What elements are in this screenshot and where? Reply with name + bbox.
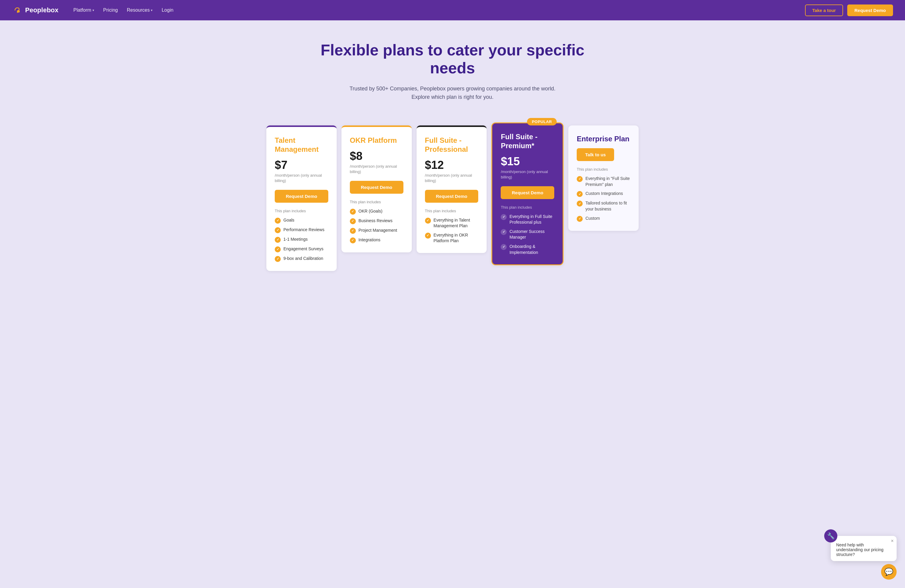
- hero-subtitle: Trusted by 500+ Companies, Peoplebox pow…: [12, 84, 893, 102]
- feature-item: ✓ Custom Integrations: [577, 191, 630, 197]
- nav-platform[interactable]: Platform ▾: [73, 8, 94, 13]
- nav-login[interactable]: Login: [162, 8, 173, 13]
- nav-pricing[interactable]: Pricing: [103, 8, 118, 13]
- popular-badge: POPULAR: [527, 118, 557, 126]
- cta-button-full-professional[interactable]: Request Demo: [425, 190, 478, 203]
- plan-price-talent: $7: [275, 159, 328, 172]
- includes-label-full-premium: This plan includes: [501, 205, 554, 210]
- chat-close-button[interactable]: ×: [891, 538, 894, 544]
- feature-item: ✓ Engagement Surveys: [275, 246, 328, 253]
- take-tour-button[interactable]: Take a tour: [805, 5, 843, 16]
- feature-list-enterprise: ✓ Everything in "Full Suite Premium" pla…: [577, 176, 630, 222]
- plan-name-okr: OKR Platform: [350, 136, 403, 145]
- check-icon: ✓: [350, 209, 356, 215]
- nav-resources[interactable]: Resources ▾: [127, 8, 152, 13]
- plan-name-talent: Talent Management: [275, 136, 328, 154]
- check-icon: ✓: [275, 218, 281, 224]
- feature-item: ✓ Everything in "Full Suite Premium" pla…: [577, 176, 630, 188]
- navbar: Peoplebox Platform ▾ Pricing Resources ▾…: [0, 0, 905, 21]
- plan-card-enterprise: Enterprise PlanTalk to usThis plan inclu…: [568, 126, 639, 230]
- plan-card-okr: OKR Platform$8/month/person (only annual…: [341, 126, 412, 252]
- plan-price-full-professional: $12: [425, 159, 478, 172]
- feature-item: ✓ Everything in OKR Platform Plan: [425, 232, 478, 244]
- plan-name-full-premium: Full Suite - Premium*: [501, 132, 554, 150]
- check-icon: ✓: [350, 218, 356, 224]
- plan-price-okr: $8: [350, 150, 403, 162]
- plan-billing-okr: /month/person (only annual billing): [350, 164, 403, 175]
- plan-billing-talent: /month/person (only annual billing): [275, 173, 328, 184]
- chat-avatar-icon: 🔧: [824, 529, 837, 542]
- logo[interactable]: Peoplebox: [12, 5, 58, 16]
- chat-widget: × 🔧 Need help with understanding our pri…: [831, 536, 897, 580]
- feature-item: ✓ Everything in Full Suite Professional …: [501, 214, 554, 226]
- check-icon: ✓: [275, 246, 281, 253]
- feature-item: ✓ Customer Success Manager: [501, 229, 554, 240]
- cta-button-full-premium[interactable]: Request Demo: [501, 186, 554, 199]
- feature-item: ✓ Business Reviews: [350, 218, 403, 224]
- feature-item: ✓ Integrations: [350, 237, 403, 243]
- feature-list-talent: ✓ Goals ✓ Performance Reviews ✓ 1-1 Meet…: [275, 217, 328, 262]
- cta-button-talent[interactable]: Request Demo: [275, 190, 328, 203]
- feature-item: ✓ Custom: [577, 216, 630, 222]
- feature-item: ✓ Onboarding & Implementation: [501, 244, 554, 255]
- feature-list-full-premium: ✓ Everything in Full Suite Professional …: [501, 214, 554, 256]
- hero-title: Flexible plans to cater your specific ne…: [318, 41, 587, 77]
- chevron-down-icon-resources: ▾: [151, 8, 152, 12]
- includes-label-okr: This plan includes: [350, 200, 403, 204]
- logo-text: Peoplebox: [25, 6, 58, 14]
- check-icon: ✓: [425, 233, 431, 238]
- plan-name-enterprise: Enterprise Plan: [577, 134, 630, 143]
- plan-card-talent: Talent Management$7/month/person (only a…: [266, 126, 337, 271]
- feature-item: ✓ Tailored solutions to fit your busines…: [577, 200, 630, 212]
- chevron-down-icon: ▾: [92, 8, 94, 12]
- plan-billing-full-professional: /month/person (only annual billing): [425, 173, 478, 184]
- chat-bot-button[interactable]: 💬: [881, 564, 897, 580]
- feature-item: ✓ Goals: [275, 217, 328, 224]
- check-icon: ✓: [501, 244, 506, 250]
- check-icon: ✓: [350, 237, 356, 243]
- check-icon: ✓: [501, 229, 506, 235]
- plan-card-full-premium: POPULARFull Suite - Premium*$15/month/pe…: [491, 122, 564, 265]
- check-icon: ✓: [275, 227, 281, 233]
- plan-billing-full-premium: /month/person (only annual billing): [501, 169, 554, 180]
- plan-price-full-premium: $15: [501, 155, 554, 168]
- feature-list-full-professional: ✓ Everything in Talent Management Plan ✓…: [425, 217, 478, 244]
- chat-message: Need help with understanding our pricing…: [836, 542, 891, 557]
- check-icon: ✓: [275, 237, 281, 243]
- nav-actions: Take a tour Request Demo: [805, 5, 893, 16]
- includes-label-full-professional: This plan includes: [425, 209, 478, 213]
- svg-point-1: [17, 10, 20, 13]
- check-icon: ✓: [577, 216, 583, 222]
- check-icon: ✓: [425, 218, 431, 224]
- check-icon: ✓: [577, 191, 583, 197]
- feature-item: ✓ Everything in Talent Management Plan: [425, 217, 478, 229]
- check-icon: ✓: [577, 176, 583, 182]
- cta-button-enterprise[interactable]: Talk to us: [577, 148, 614, 161]
- check-icon: ✓: [501, 214, 506, 220]
- feature-item: ✓ 1-1 Meetings: [275, 237, 328, 243]
- feature-list-okr: ✓ OKR (Goals) ✓ Business Reviews ✓ Proje…: [350, 208, 403, 243]
- includes-label-talent: This plan includes: [275, 209, 328, 213]
- pricing-grid: Talent Management$7/month/person (only a…: [264, 126, 641, 271]
- feature-item: ✓ OKR (Goals): [350, 208, 403, 215]
- includes-label-enterprise: This plan includes: [577, 167, 630, 172]
- check-icon: ✓: [577, 200, 583, 207]
- chat-bubble: × 🔧 Need help with understanding our pri…: [831, 536, 897, 561]
- check-icon: ✓: [275, 256, 281, 262]
- request-demo-nav-button[interactable]: Request Demo: [847, 5, 893, 16]
- pricing-section: Talent Management$7/month/person (only a…: [0, 116, 905, 289]
- cta-button-okr[interactable]: Request Demo: [350, 181, 403, 194]
- feature-item: ✓ Project Management: [350, 227, 403, 234]
- svg-rect-0: [12, 5, 23, 16]
- plan-card-full-professional: Full Suite - Professional$12/month/perso…: [417, 126, 487, 253]
- feature-item: ✓ 9-box and Calibration: [275, 256, 328, 262]
- hero-section: Flexible plans to cater your specific ne…: [0, 21, 905, 116]
- plan-name-full-professional: Full Suite - Professional: [425, 136, 478, 154]
- nav-links: Platform ▾ Pricing Resources ▾ Login: [73, 8, 805, 13]
- check-icon: ✓: [350, 228, 356, 234]
- feature-item: ✓ Performance Reviews: [275, 227, 328, 233]
